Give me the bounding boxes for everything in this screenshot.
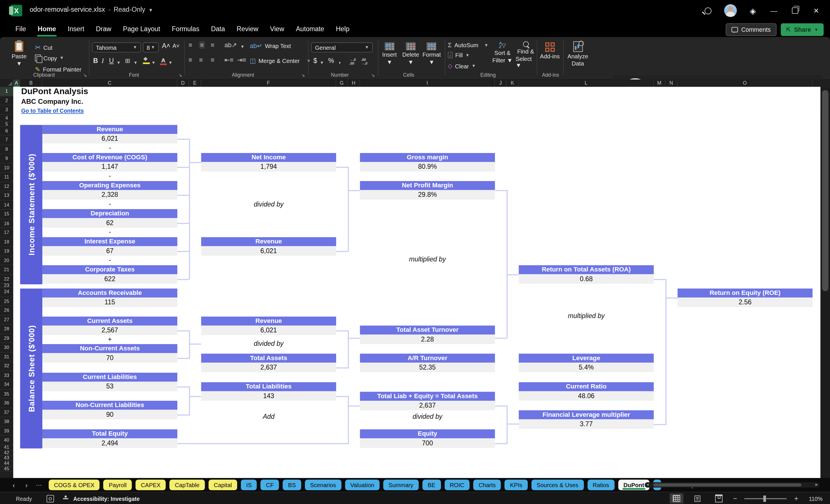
row-header-14[interactable]: 14 xyxy=(0,200,13,210)
row-headers[interactable]: 1234567891011121314151617181920212223242… xyxy=(0,87,14,478)
menu-tab-help[interactable]: Help xyxy=(330,23,355,35)
column-header-C[interactable]: C xyxy=(42,80,177,87)
zoom-slider[interactable] xyxy=(744,498,787,499)
sheet-tab-be[interactable]: BE xyxy=(422,480,441,490)
row-header-38[interactable]: 38 xyxy=(0,417,13,426)
wrap-text-button[interactable]: ab↵Wrap Text xyxy=(250,42,291,50)
row-header-20[interactable]: 20 xyxy=(0,256,13,265)
vertical-scrollbar-thumb[interactable] xyxy=(822,90,828,291)
row-header-3[interactable]: 3 xyxy=(0,105,13,115)
column-header-O[interactable]: O xyxy=(677,80,812,87)
bold-button[interactable]: B xyxy=(93,57,98,65)
menu-tab-automate[interactable]: Automate xyxy=(290,23,330,35)
column-header-I[interactable]: I xyxy=(360,80,495,87)
sheet-tab-is[interactable]: IS xyxy=(241,480,257,490)
restore-button[interactable] xyxy=(792,7,798,14)
font-size-select[interactable]: 8▼ xyxy=(143,42,159,52)
row-header-27[interactable]: 27 xyxy=(0,315,13,324)
decrease-indent-button[interactable]: ⇤≡ xyxy=(225,56,234,63)
row-header-24[interactable]: 24 xyxy=(0,287,13,296)
row-header-13[interactable]: 13 xyxy=(0,191,13,200)
align-bottom-button[interactable]: ≡ xyxy=(211,41,215,49)
tabs-scroll-left-icon[interactable]: ‹ xyxy=(7,481,20,489)
row-header-39[interactable]: 39 xyxy=(0,427,13,436)
column-header-J[interactable]: J xyxy=(495,80,507,87)
align-center-button[interactable]: ≡ xyxy=(199,56,203,63)
sheet-tab-bs[interactable]: BS xyxy=(283,480,301,490)
menu-tab-data[interactable]: Data xyxy=(205,23,231,35)
row-header-12[interactable]: 12 xyxy=(0,182,13,191)
sheet-tab-scenarios[interactable]: Scenarios xyxy=(305,480,342,490)
zoom-slider-thumb[interactable] xyxy=(764,495,766,501)
column-header-E[interactable]: E xyxy=(189,80,201,87)
row-header-25[interactable]: 25 xyxy=(0,296,13,306)
menu-tab-insert[interactable]: Insert xyxy=(62,23,90,35)
accounting-format-button[interactable]: $ xyxy=(314,57,317,65)
font-name-select[interactable]: Tahoma▼ xyxy=(92,42,141,52)
font-color-button[interactable]: A xyxy=(160,57,167,63)
column-header-N[interactable]: N xyxy=(665,80,677,87)
tabs-scroll-right-icon[interactable]: › xyxy=(20,481,33,489)
number-format-select[interactable]: General▼ xyxy=(311,42,373,52)
row-header-9[interactable]: 9 xyxy=(0,154,13,163)
row-header-22[interactable]: 22 xyxy=(0,275,13,284)
fill-color-dropdown[interactable]: ▼ xyxy=(151,60,156,65)
column-header-K[interactable]: K xyxy=(507,80,519,87)
sheet-tab-payroll[interactable]: Payroll xyxy=(103,480,132,490)
row-header-40[interactable]: 40 xyxy=(0,436,13,445)
font-color-dropdown[interactable]: ▼ xyxy=(168,60,173,65)
vertical-scrollbar[interactable] xyxy=(821,87,830,478)
row-header-2[interactable]: 2 xyxy=(0,96,13,105)
horizontal-scrollbar[interactable]: ◂ ▸ xyxy=(645,482,820,488)
increase-indent-button[interactable]: ⇥≡ xyxy=(237,56,246,63)
grow-font-button[interactable]: A˄ xyxy=(162,42,170,50)
row-header-42[interactable]: 42 xyxy=(0,450,13,456)
zoom-out-button[interactable]: − xyxy=(733,495,737,503)
sheet-tab-charts[interactable]: Charts xyxy=(473,480,501,490)
sheet-tab-summary[interactable]: Summary xyxy=(383,480,419,490)
zoom-level[interactable]: 110% xyxy=(806,495,823,501)
column-header-G[interactable]: G xyxy=(336,80,348,87)
column-header-A[interactable]: A xyxy=(13,80,20,87)
row-header-8[interactable]: 8 xyxy=(0,145,13,154)
underline-dropdown[interactable]: ▼ xyxy=(117,60,121,65)
normal-view-button[interactable] xyxy=(670,494,683,503)
row-header-7[interactable]: 7 xyxy=(0,135,13,145)
row-header-26[interactable]: 26 xyxy=(0,306,13,315)
page-break-view-button[interactable] xyxy=(712,494,726,503)
insert-cells-button[interactable]: Insert▼ xyxy=(382,42,397,65)
row-header-34[interactable]: 34 xyxy=(0,380,13,389)
account-avatar[interactable] xyxy=(725,4,737,17)
comma-style-button[interactable]: , xyxy=(339,57,341,65)
menu-tab-page-layout[interactable]: Page Layout xyxy=(117,23,166,35)
sort-filter-button[interactable]: AZ▽ Sort &Filter ▼ xyxy=(492,41,513,63)
font-dialog-launcher[interactable]: ↘ xyxy=(179,73,182,78)
table-of-contents-link[interactable]: Go to Table of Contents xyxy=(21,107,84,114)
row-header-30[interactable]: 30 xyxy=(0,343,13,352)
row-header-31[interactable]: 31 xyxy=(0,352,13,361)
sheet-tab-ratios[interactable]: Ratios xyxy=(587,480,615,490)
column-header-D[interactable]: D xyxy=(177,80,189,87)
premium-diamond-icon[interactable]: ◈ xyxy=(750,7,756,14)
analyze-data-button[interactable]: AnalyzeData xyxy=(568,41,588,67)
row-header-45[interactable]: 45 xyxy=(0,466,13,472)
row-header-17[interactable]: 17 xyxy=(0,228,13,238)
menu-tab-view[interactable]: View xyxy=(264,23,290,35)
copy-button[interactable]: Copy▼ xyxy=(35,55,64,62)
sheet-tab-capital[interactable]: Capital xyxy=(209,480,237,490)
row-header-29[interactable]: 29 xyxy=(0,334,13,343)
column-headers[interactable]: ABCDEFGHIJKLMNO xyxy=(0,80,830,88)
row-header-21[interactable]: 21 xyxy=(0,265,13,274)
align-middle-button[interactable]: ≡ xyxy=(199,41,205,49)
page-layout-view-button[interactable] xyxy=(691,494,704,503)
merge-center-button[interactable]: ◫Merge & Center▼ xyxy=(250,57,311,65)
row-header-43[interactable]: 43 xyxy=(0,456,13,461)
comments-button[interactable]: Comments xyxy=(726,23,776,36)
row-header-35[interactable]: 35 xyxy=(0,389,13,399)
sheet-tab-captable[interactable]: CapTable xyxy=(169,480,205,490)
row-header-41[interactable]: 41 xyxy=(0,445,13,450)
addins-button[interactable]: Add-ins xyxy=(540,42,560,59)
italic-button[interactable]: I xyxy=(101,57,104,65)
row-header-6[interactable]: 6 xyxy=(0,126,13,135)
paste-button[interactable]: Paste▼ xyxy=(12,41,27,67)
